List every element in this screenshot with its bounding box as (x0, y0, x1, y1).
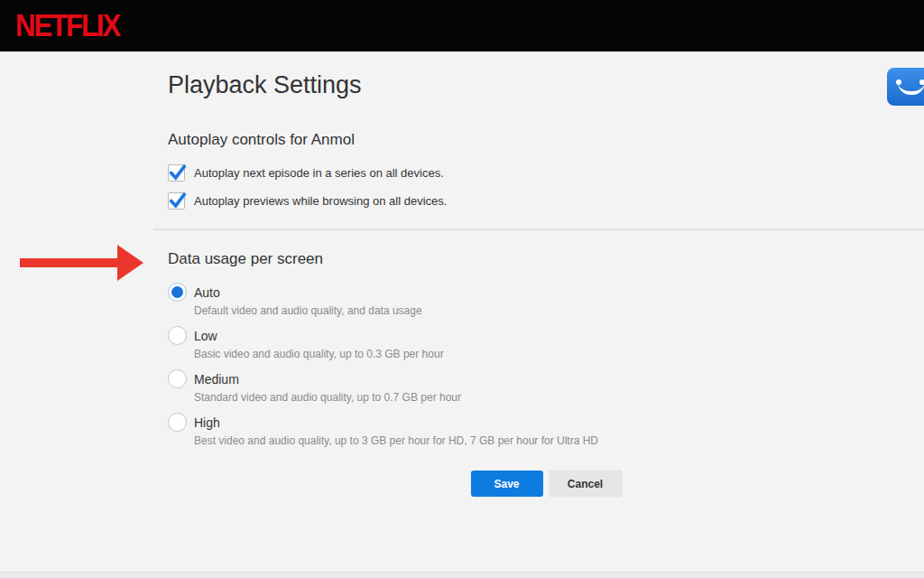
data-usage-section-heading: Data usage per screen (168, 250, 323, 268)
checkbox-label: Autoplay next episode in a series on all… (194, 166, 444, 180)
radio-label: Medium (194, 372, 239, 387)
autoplay-previews-checkbox[interactable] (168, 192, 185, 210)
radio-description: Default video and audio quality, and dat… (194, 304, 598, 317)
autoplay-previews-row[interactable]: Autoplay previews while browsing on all … (168, 191, 924, 210)
save-button[interactable]: Save (471, 471, 543, 497)
data-usage-option-auto[interactable]: Auto Default video and audio quality, an… (168, 283, 598, 317)
data-usage-option-medium[interactable]: Medium Standard video and audio quality,… (168, 369, 598, 404)
autoplay-section-heading: Autoplay controls for Anmol (168, 131, 924, 149)
radio-label: High (194, 415, 220, 430)
playback-settings-page: Playback Settings Autoplay controls for … (168, 51, 924, 210)
radio-button-auto[interactable] (168, 283, 187, 302)
checkmark-icon (168, 191, 188, 210)
top-nav: NETFLIX (0, 0, 924, 51)
autoplay-next-episode-checkbox[interactable] (168, 164, 185, 182)
section-divider (153, 228, 924, 230)
cancel-button[interactable]: Cancel (550, 471, 622, 497)
radio-description: Best video and audio quality, up to 3 GB… (194, 434, 598, 447)
data-usage-radio-group: Auto Default video and audio quality, an… (168, 283, 598, 456)
page-title: Playback Settings (168, 71, 924, 99)
data-usage-option-high[interactable]: High Best video and audio quality, up to… (168, 413, 598, 447)
radio-description: Basic video and audio quality, up to 0.3… (194, 348, 598, 360)
netflix-logo[interactable]: NETFLIX (15, 8, 119, 44)
checkbox-label: Autoplay previews while browsing on all … (194, 194, 447, 208)
radio-label: Low (194, 329, 217, 343)
radio-button-low[interactable] (168, 326, 187, 345)
radio-button-high[interactable] (168, 413, 187, 432)
autoplay-section: Autoplay controls for Anmol Autoplay nex… (168, 131, 924, 210)
red-arrow-icon (20, 245, 143, 281)
radio-description: Standard video and audio quality, up to … (194, 391, 598, 404)
radio-label: Auto (194, 285, 220, 300)
radio-button-medium[interactable] (168, 369, 187, 388)
autoplay-next-episode-row[interactable]: Autoplay next episode in a series on all… (168, 163, 924, 182)
bottom-strip (0, 572, 924, 578)
action-buttons: Save Cancel (168, 471, 924, 497)
checkmark-icon (168, 163, 188, 182)
data-usage-option-low[interactable]: Low Basic video and audio quality, up to… (168, 326, 598, 360)
